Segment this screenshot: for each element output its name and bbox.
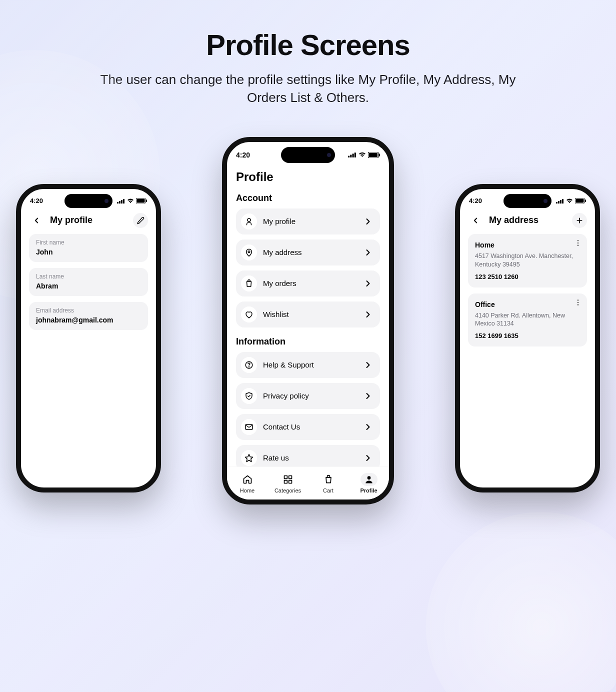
edit-button[interactable] — [133, 213, 148, 228]
address-name: Home — [475, 241, 580, 249]
svg-rect-6 — [146, 200, 147, 202]
status-time: 4:20 — [236, 151, 250, 159]
svg-point-38 — [578, 302, 578, 302]
help-icon — [244, 360, 254, 370]
last-name-field[interactable]: Last name Abram — [29, 268, 148, 296]
phone-profile: 4:20 Profile Account My profile My addre… — [222, 137, 394, 504]
battery-icon — [136, 198, 147, 204]
address-name: Office — [475, 300, 580, 308]
svg-marker-19 — [246, 454, 253, 462]
wifi-icon — [127, 198, 134, 204]
battery-icon — [575, 198, 586, 204]
back-button[interactable] — [468, 213, 483, 228]
row-my-address[interactable]: My address — [236, 240, 380, 266]
more-button[interactable] — [574, 239, 582, 247]
row-label: My profile — [263, 217, 357, 226]
svg-rect-28 — [562, 199, 564, 204]
row-help-support[interactable]: Help & Support — [236, 352, 380, 378]
svg-rect-21 — [288, 476, 292, 478]
field-value: johnabram@gmail.com — [36, 316, 141, 324]
notch — [64, 194, 112, 208]
section-account-label: Account — [236, 193, 380, 204]
chevron-right-icon — [363, 248, 373, 258]
row-label: Rate us — [263, 454, 357, 462]
row-label: Privacy policy — [263, 392, 357, 400]
field-label: Last name — [36, 273, 141, 280]
cellular-icon — [556, 198, 564, 204]
tab-label: Categories — [274, 488, 301, 494]
chevron-right-icon — [363, 216, 373, 226]
svg-rect-26 — [558, 201, 560, 204]
svg-rect-3 — [123, 199, 124, 204]
svg-rect-31 — [585, 200, 586, 202]
screen-title: My profile — [50, 215, 92, 226]
svg-point-39 — [578, 304, 578, 305]
svg-point-35 — [578, 242, 578, 244]
svg-rect-23 — [288, 480, 292, 483]
tab-label: Cart — [323, 488, 334, 494]
row-privacy-policy[interactable]: Privacy policy — [236, 383, 380, 409]
email-field[interactable]: Email address johnabram@gmail.com — [29, 302, 148, 330]
more-button[interactable] — [574, 298, 582, 306]
svg-point-24 — [367, 476, 370, 480]
address-line: 4517 Washington Ave. Manchester, Kentuck… — [475, 252, 580, 269]
location-icon — [244, 248, 254, 257]
row-label: Wishlist — [263, 310, 357, 318]
battery-icon — [368, 152, 380, 158]
tab-home[interactable]: Home — [230, 473, 265, 494]
profile-icon — [364, 474, 374, 484]
status-time: 4:20 — [30, 197, 43, 204]
row-contact-us[interactable]: Contact Us — [236, 414, 380, 440]
screen-title: Profile — [236, 170, 380, 184]
phone-my-address: 4:20 My address Home — [455, 184, 600, 492]
person-icon — [244, 217, 254, 226]
chevron-right-icon — [363, 310, 373, 320]
address-card-home[interactable]: Home 4517 Washington Ave. Manchester, Ke… — [468, 234, 587, 288]
cellular-icon — [117, 198, 125, 204]
pencil-icon — [136, 216, 144, 224]
chevron-right-icon — [363, 391, 373, 401]
svg-point-34 — [578, 240, 578, 241]
chevron-right-icon — [363, 453, 373, 463]
chevron-left-icon — [471, 216, 480, 225]
row-my-profile[interactable]: My profile — [236, 208, 380, 234]
chevron-left-icon — [32, 216, 41, 225]
page-subtitle: The user can change the profile settings… — [93, 70, 523, 107]
row-my-orders[interactable]: My orders — [236, 270, 380, 296]
svg-rect-12 — [369, 152, 378, 157]
svg-point-17 — [248, 366, 249, 367]
svg-rect-25 — [556, 202, 558, 204]
tab-cart[interactable]: Cart — [311, 473, 346, 494]
svg-rect-9 — [352, 154, 354, 158]
svg-rect-1 — [119, 201, 120, 204]
field-value: Abram — [36, 282, 141, 290]
phone-my-profile: 4:20 My profile First name John — [16, 184, 161, 492]
first-name-field[interactable]: First name John — [29, 234, 148, 262]
svg-point-15 — [248, 250, 250, 252]
svg-rect-13 — [379, 154, 380, 156]
add-address-button[interactable] — [572, 213, 587, 228]
tab-profile[interactable]: Profile — [352, 473, 386, 494]
section-information-label: Information — [236, 336, 380, 347]
svg-rect-8 — [350, 155, 352, 158]
wifi-icon — [566, 198, 573, 204]
grid-icon — [283, 474, 293, 484]
plus-icon — [576, 216, 584, 224]
tab-categories[interactable]: Categories — [270, 473, 306, 494]
chevron-right-icon — [363, 422, 373, 432]
tab-label: Home — [240, 488, 254, 494]
row-wishlist[interactable]: Wishlist — [236, 302, 380, 328]
more-vertical-icon — [574, 239, 582, 247]
wifi-icon — [358, 152, 366, 158]
home-icon — [242, 474, 252, 484]
row-label: Contact Us — [263, 422, 357, 431]
address-card-office[interactable]: Office 4140 Parker Rd. Allentown, New Me… — [468, 294, 587, 347]
row-label: Help & Support — [263, 360, 357, 369]
cellular-icon — [348, 152, 356, 158]
back-button[interactable] — [29, 213, 44, 228]
tab-label: Profile — [360, 488, 377, 494]
svg-point-36 — [578, 244, 578, 246]
address-line: 4140 Parker Rd. Allentown, New Mexico 31… — [475, 312, 580, 328]
page-title: Profile Screens — [0, 28, 616, 62]
field-label: First name — [36, 239, 141, 246]
